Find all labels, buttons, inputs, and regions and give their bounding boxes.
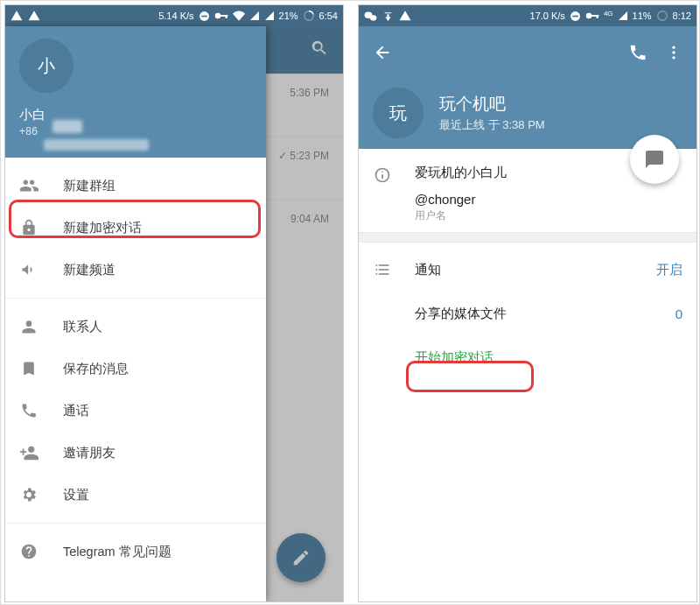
avatar[interactable]: 小	[19, 39, 74, 93]
vpn-key-icon	[585, 11, 599, 20]
avatar[interactable]: 玩	[373, 88, 424, 138]
menu-label: 邀请朋友	[63, 445, 116, 461]
menu-label: 新建群组	[63, 178, 116, 194]
last-seen: 最近上线 于 3:38 PM	[439, 117, 545, 133]
row-notifications[interactable]: 通知 开启	[373, 248, 682, 292]
phone-icon	[19, 402, 38, 419]
help-icon	[19, 543, 38, 560]
warning-icon	[399, 10, 411, 22]
navigation-drawer: 小 小白 +86 新建群组 新建加密对话 新建频道 联系人	[5, 26, 266, 601]
svg-point-16	[672, 56, 675, 59]
dnd-icon	[570, 11, 581, 22]
overflow-icon[interactable]	[665, 44, 682, 65]
info-username[interactable]: @chonger	[415, 192, 682, 207]
clock-text: 8:12	[673, 11, 691, 21]
menu-calls[interactable]: 通话	[5, 390, 266, 432]
right-screenshot: 17.0 K/s 4G 11% 8:12 玩 玩个机吧 最近上线 于 3:38 …	[358, 4, 697, 602]
divider	[5, 523, 266, 524]
svg-point-15	[672, 51, 675, 53]
battery-ring-icon	[656, 10, 668, 22]
section-divider	[359, 232, 696, 243]
signal-icon	[249, 11, 260, 21]
status-bar: 17.0 K/s 4G 11% 8:12	[359, 5, 696, 26]
battery-percent: 21%	[279, 11, 298, 21]
list-icon	[373, 261, 392, 278]
setting-value: 0	[676, 306, 682, 321]
gear-icon	[19, 486, 38, 503]
menu-label: 保存的消息	[63, 361, 129, 377]
net-speed: 17.0 K/s	[530, 11, 565, 21]
battery-ring-icon	[303, 10, 315, 22]
svg-rect-12	[597, 15, 598, 18]
row-shared-media[interactable]: 分享的媒体文件 0	[373, 292, 682, 335]
svg-rect-4	[225, 15, 227, 18]
net-speed: 5.14 K/s	[158, 11, 193, 21]
menu-saved-messages[interactable]: 保存的消息	[5, 348, 266, 390]
menu-new-channel[interactable]: 新建频道	[5, 249, 266, 291]
back-icon[interactable]	[373, 43, 392, 66]
svg-point-10	[586, 13, 592, 19]
menu-label: 新建频道	[63, 262, 116, 278]
profile-name: 玩个机吧	[439, 93, 545, 116]
lock-icon	[19, 219, 38, 236]
drawer-header: 小 小白 +86	[5, 26, 266, 158]
menu-label: Telegram 常见问题	[63, 544, 172, 560]
menu-label: 联系人	[63, 319, 102, 335]
svg-point-19	[382, 171, 383, 172]
megaphone-icon	[19, 261, 38, 278]
row-start-secret-chat[interactable]: 开始加密对话	[373, 335, 682, 379]
battery-percent: 11%	[633, 11, 652, 21]
setting-label: 开始加密对话	[415, 349, 682, 366]
svg-point-14	[672, 46, 675, 49]
menu-invite-friends[interactable]: 邀请朋友	[5, 432, 266, 474]
svg-point-2	[214, 13, 220, 19]
info-username-label: 用户名	[415, 208, 682, 223]
warning-icon	[10, 10, 23, 22]
menu-new-secret-chat[interactable]: 新建加密对话	[5, 207, 266, 249]
warning-icon	[28, 10, 40, 22]
profile-header: 玩 玩个机吧 最近上线 于 3:38 PM	[359, 26, 696, 149]
info-icon	[373, 165, 392, 184]
setting-label: 通知	[415, 262, 634, 278]
menu-label: 设置	[63, 487, 89, 503]
wechat-icon	[364, 11, 377, 22]
svg-rect-9	[572, 15, 578, 17]
menu-faq[interactable]: Telegram 常见问题	[5, 531, 266, 573]
svg-rect-25	[379, 273, 389, 275]
signal-icon	[618, 11, 628, 21]
drawer-menu: 新建群组 新建加密对话 新建频道 联系人 保存的消息 通话	[5, 158, 266, 580]
vpn-key-icon	[214, 11, 228, 20]
svg-rect-23	[379, 269, 389, 271]
status-bar: 5.14 K/s 21% 6:54	[5, 5, 343, 26]
svg-rect-22	[376, 269, 378, 271]
net-type-label: 4G	[604, 10, 613, 18]
menu-label: 新建加密对话	[63, 220, 142, 236]
divider	[5, 298, 266, 299]
svg-point-13	[657, 11, 667, 21]
signal-icon	[264, 11, 275, 21]
download-icon	[382, 11, 394, 22]
redacted-text	[52, 120, 82, 133]
bookmark-icon	[19, 360, 38, 377]
dnd-icon	[199, 11, 210, 22]
menu-settings[interactable]: 设置	[5, 474, 266, 516]
svg-point-7	[370, 15, 377, 20]
contact-icon	[19, 318, 38, 335]
setting-label: 分享的媒体文件	[415, 306, 653, 322]
group-icon	[19, 176, 38, 195]
svg-rect-24	[376, 273, 378, 275]
call-icon[interactable]	[628, 43, 648, 66]
redacted-text	[44, 139, 149, 151]
menu-contacts[interactable]: 联系人	[5, 306, 266, 348]
setting-value: 开启	[656, 262, 682, 278]
svg-rect-1	[201, 15, 207, 17]
settings-section: 通知 开启 分享的媒体文件 0 开始加密对话	[359, 243, 696, 384]
menu-new-group[interactable]: 新建群组	[5, 165, 266, 207]
svg-rect-20	[376, 264, 378, 266]
left-screenshot: 5.14 K/s 21% 6:54 5:36 PM ✓5:23 PM )17) …	[4, 4, 344, 602]
menu-label: 通话	[63, 403, 89, 419]
clock-text: 6:54	[319, 11, 338, 21]
message-fab[interactable]	[630, 135, 679, 184]
person-add-icon	[19, 443, 38, 462]
svg-rect-21	[379, 264, 389, 266]
